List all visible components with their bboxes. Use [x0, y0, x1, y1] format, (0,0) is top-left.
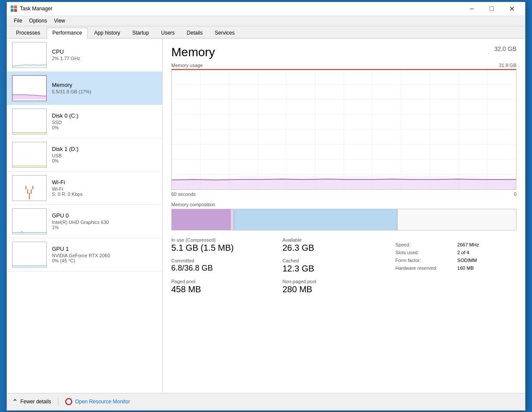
tab-services[interactable]: Services: [209, 28, 240, 38]
spec-speed: Speed: 2667 MHz: [395, 242, 516, 248]
svg-rect-10: [29, 193, 30, 199]
tab-details[interactable]: Details: [181, 28, 208, 38]
minimize-button[interactable]: –: [462, 2, 482, 16]
disk0-thumbnail: [12, 109, 47, 134]
gpu1-info: GPU 1 NVIDIA GeForce RTX 2060 0% (45 °C): [52, 246, 157, 263]
stat-available: Available 26.3 GB: [282, 237, 387, 253]
maximize-button[interactable]: □: [482, 2, 502, 16]
tabs-bar: Processes Performance App history Startu…: [7, 26, 525, 38]
footer-bar: ⌃ Fewer details Open Resource Monitor: [7, 393, 525, 410]
memory-usage: 5.5/31.8 GB (17%): [52, 89, 157, 94]
sidebar-item-disk1[interactable]: Disk 1 (D:) USB 0%: [7, 138, 162, 172]
svg-rect-3: [14, 9, 17, 12]
non-paged-pool-label: Non-paged pool: [282, 279, 387, 284]
spec-form-factor: Form factor: SODIMM: [395, 257, 516, 263]
committed-value: 6.8/36.8 GB: [171, 264, 276, 273]
footer-divider: [58, 397, 58, 406]
svg-rect-38: [231, 209, 234, 230]
available-value: 26.3 GB: [282, 243, 387, 253]
form-label: Form factor:: [395, 258, 456, 263]
sidebar-item-wifi[interactable]: Wi-Fi Wi-Fi S: 0 R: 0 Kbps: [7, 172, 162, 205]
svg-rect-12: [31, 189, 32, 194]
chevron-up-icon: ⌃: [12, 398, 18, 406]
in-use-value: 5.1 GB (1.5 MB): [171, 243, 276, 253]
gpu0-model: Intel(R) UHD Graphics 630: [52, 220, 157, 225]
tab-processes[interactable]: Processes: [10, 28, 46, 38]
cpu-thumbnail: [12, 42, 47, 68]
cached-value: 12.3 GB: [282, 264, 387, 274]
stat-committed: Committed 6.8/36.8 GB: [171, 258, 276, 274]
memory-thumbnail: [12, 75, 47, 101]
chart-time-left: 60 seconds: [171, 192, 195, 197]
fewer-details-button[interactable]: ⌃ Fewer details: [12, 398, 51, 406]
menu-options[interactable]: Options: [26, 17, 50, 25]
gpu1-name: GPU 1: [52, 246, 157, 252]
menu-bar: File Options View: [7, 16, 525, 26]
paged-pool-label: Paged pool: [171, 279, 276, 284]
tab-users[interactable]: Users: [155, 28, 180, 38]
stat-paged-pool: Paged pool 458 MB: [171, 279, 276, 294]
tab-startup[interactable]: Startup: [127, 28, 155, 38]
fewer-details-label: Fewer details: [20, 399, 51, 405]
speed-value: 2667 MHz: [457, 242, 479, 247]
content-area: CPU 2% 1.77 GHz Memory 5.5/31.8 GB (17%): [7, 38, 525, 393]
wifi-type: Wi-Fi: [52, 186, 157, 192]
sidebar-item-cpu[interactable]: CPU 2% 1.77 GHz: [7, 38, 162, 72]
svg-rect-11: [27, 189, 28, 194]
chart-time-right: 0: [514, 192, 516, 197]
disk0-usage: 0%: [52, 125, 157, 130]
wifi-speed: S: 0 R: 0 Kbps: [52, 192, 157, 197]
task-manager-window: Task Manager – □ ✕ File Options View Pro…: [6, 2, 526, 411]
chart-time-row: 60 seconds 0: [171, 192, 516, 197]
speed-label: Speed:: [395, 242, 456, 247]
memory-usage-chart: [171, 69, 516, 190]
sidebar-item-disk0[interactable]: Disk 0 (C:) SSD 0%: [7, 105, 162, 138]
cpu-name: CPU: [52, 48, 157, 55]
svg-rect-15: [13, 209, 47, 234]
hw-reserved-label: Hardware reserved:: [395, 265, 456, 271]
cpu-usage: 2% 1.77 GHz: [52, 56, 157, 61]
svg-rect-2: [11, 9, 13, 12]
svg-rect-37: [172, 209, 231, 230]
main-panel: Memory 32.0 GB Memory usage 31.8 GB: [163, 38, 525, 393]
tab-app-history[interactable]: App history: [89, 28, 126, 38]
slots-value: 2 of 4: [457, 250, 469, 255]
wifi-name: Wi-Fi: [52, 179, 157, 185]
tab-performance[interactable]: Performance: [47, 28, 88, 38]
sidebar-item-memory[interactable]: Memory 5.5/31.8 GB (17%): [7, 72, 162, 105]
gpu1-thumbnail: [12, 242, 47, 268]
menu-view[interactable]: View: [51, 17, 69, 25]
chart-label-row: Memory usage 31.8 GB: [171, 63, 516, 68]
wifi-info: Wi-Fi Wi-Fi S: 0 R: 0 Kbps: [52, 179, 157, 197]
stat-in-use: In use (Compressed) 5.1 GB (1.5 MB): [171, 237, 276, 253]
form-value: SODIMM: [457, 258, 477, 263]
spec-slots: Slots used: 2 of 4: [395, 249, 516, 256]
stats-grid: In use (Compressed) 5.1 GB (1.5 MB) Avai…: [171, 237, 387, 300]
gpu1-usage: 0% (45 °C): [52, 258, 157, 263]
svg-rect-14: [32, 186, 33, 189]
disk1-name: Disk 1 (D:): [52, 146, 157, 152]
open-resource-monitor-link[interactable]: Open Resource Monitor: [65, 398, 130, 405]
disk0-name: Disk 0 (C:): [52, 112, 157, 119]
open-resource-monitor-label: Open Resource Monitor: [75, 399, 130, 405]
menu-file[interactable]: File: [10, 17, 26, 25]
app-icon: [10, 5, 17, 12]
memory-composition-bar: [171, 209, 516, 230]
wifi-thumbnail: [12, 175, 47, 201]
close-button[interactable]: ✕: [502, 2, 522, 16]
gpu0-info: GPU 0 Intel(R) UHD Graphics 630 1%: [52, 212, 157, 230]
sidebar: CPU 2% 1.77 GHz Memory 5.5/31.8 GB (17%): [7, 38, 163, 393]
panel-title-block: Memory: [171, 45, 215, 59]
paged-pool-value: 458 MB: [171, 284, 276, 294]
sidebar-item-gpu0[interactable]: GPU 0 Intel(R) UHD Graphics 630 1%: [7, 205, 162, 238]
spec-hw-reserved: Hardware reserved: 160 MB: [395, 265, 516, 271]
gpu0-name: GPU 0: [52, 212, 157, 219]
hw-reserved-value: 160 MB: [457, 265, 474, 271]
disk1-info: Disk 1 (D:) USB 0%: [52, 146, 157, 163]
panel-header: Memory 32.0 GB: [171, 45, 516, 59]
svg-rect-40: [397, 209, 516, 230]
svg-rect-39: [234, 209, 397, 230]
stat-cached: Cached 12.3 GB: [282, 258, 387, 274]
sidebar-item-gpu1[interactable]: GPU 1 NVIDIA GeForce RTX 2060 0% (45 °C): [7, 238, 162, 271]
title-bar: Task Manager – □ ✕: [7, 2, 525, 16]
